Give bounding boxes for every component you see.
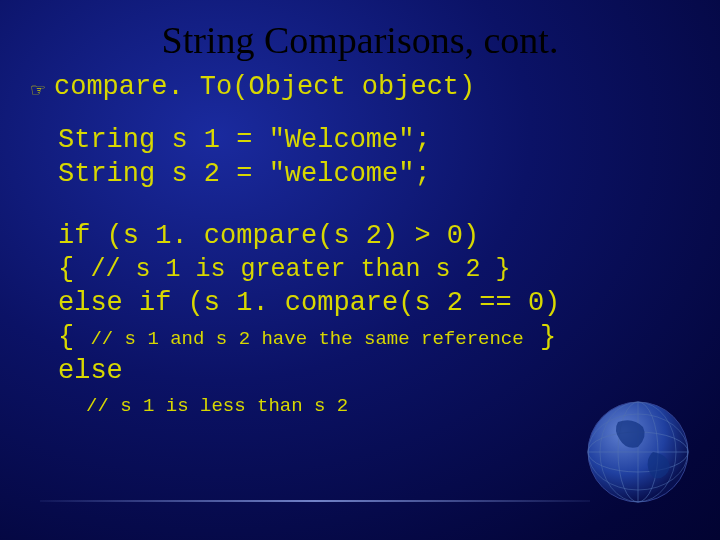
slide-content: ☞ compare. To(Object object) String s 1 … bbox=[0, 72, 720, 422]
code-comment: // s 1 and s 2 have the same reference bbox=[90, 328, 523, 350]
code-brace: { bbox=[58, 322, 90, 352]
code-brace: } bbox=[524, 322, 556, 352]
code-line: { // s 1 is greater than s 2 } bbox=[58, 253, 690, 287]
code-line: if (s 1. compare(s 2) > 0) bbox=[58, 220, 690, 254]
code-brace: { bbox=[58, 254, 90, 284]
code-line: else if (s 1. compare(s 2 == 0) bbox=[58, 287, 690, 321]
slide-title: String Comparisons, cont. bbox=[0, 0, 720, 72]
code-line: { // s 1 and s 2 have the same reference… bbox=[58, 321, 690, 355]
code-comment: // s 1 is less than s 2 bbox=[86, 395, 348, 417]
bullet-item: ☞ compare. To(Object object) bbox=[30, 72, 690, 102]
code-line: String s 1 = "Welcome"; bbox=[58, 124, 690, 158]
code-block: String s 1 = "Welcome"; String s 2 = "we… bbox=[58, 124, 690, 422]
svg-point-1 bbox=[588, 432, 688, 472]
code-line: else bbox=[58, 355, 690, 389]
svg-point-2 bbox=[588, 414, 688, 490]
method-signature: compare. To(Object object) bbox=[54, 72, 475, 102]
divider-line bbox=[40, 500, 590, 502]
code-comment: // s 1 is greater than s 2 } bbox=[90, 255, 510, 284]
code-line: String s 2 = "welcome"; bbox=[58, 158, 690, 192]
finger-bullet-icon: ☞ bbox=[30, 79, 46, 101]
